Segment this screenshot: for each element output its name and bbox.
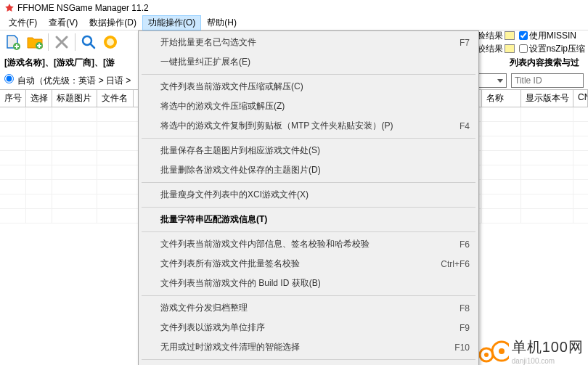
use-missin-input[interactable] <box>519 31 528 40</box>
menu-friend-compare-mode[interactable]: 好友游戏文件比较与补齐模式F11 <box>140 362 477 365</box>
window-title: FFHOME NSGame Manager 11.2 <box>17 3 149 13</box>
menu-separator <box>142 295 475 296</box>
use-missin-checkbox[interactable]: 使用MISSIN <box>519 30 585 42</box>
search-button[interactable] <box>78 32 99 52</box>
menu-help[interactable]: 帮助(H) <box>201 15 242 30</box>
window-titlebar: FFHOME NSGame Manager 11.2 <box>0 0 588 16</box>
toolbar-separator <box>75 33 75 51</box>
auto-radio-input[interactable] <box>4 74 14 83</box>
add-folder-button[interactable] <box>25 32 45 52</box>
menu-file[interactable]: 文件(F) <box>3 15 43 30</box>
menu-save-theme-images[interactable]: 批量保存各主题图片到相应游戏文件处(S) <box>140 141 477 160</box>
svg-point-4 <box>107 38 114 46</box>
menu-fix-extensions[interactable]: 一键批量纠正扩展名(E) <box>140 52 477 72</box>
menu-get-buildid[interactable]: 文件列表当前游戏文件的 Build ID 获取(B) <box>140 274 477 293</box>
watermark-brand: 单机100网 <box>512 337 584 357</box>
menu-compress-current[interactable]: 文件列表当前游戏文件压缩或解压(C) <box>140 77 477 97</box>
menu-smart-select-unused[interactable]: 无用或过时游戏文件清理的智能选择F10 <box>140 337 477 357</box>
watermark-icon <box>478 339 509 364</box>
auto-language-radio[interactable]: 自动（优先级：英语 > 日语 > <box>4 74 131 87</box>
menu-separator <box>142 138 475 139</box>
menubar: 文件(F) 查看(V) 数据操作(D) 功能操作(O) 帮助(H) <box>0 16 588 30</box>
menu-separator <box>142 231 475 232</box>
col-filename[interactable]: 文件名 <box>97 90 134 107</box>
col-index[interactable]: 序号 <box>0 90 26 107</box>
refresh-button[interactable] <box>100 32 121 52</box>
menu-data-ops[interactable]: 数据操作(D) <box>83 15 142 30</box>
watermark: 单机100网 danji100.com <box>478 337 584 365</box>
delete-button[interactable] <box>52 32 72 52</box>
add-file-button[interactable] <box>3 32 23 52</box>
menu-batch-rename[interactable]: 开始批量更名已勾选文件F7 <box>140 33 477 52</box>
menu-separator <box>142 359 475 360</box>
menu-separator <box>142 182 475 183</box>
menu-separator <box>142 207 475 208</box>
search-section-title: 列表内容搜索与过 <box>510 57 584 69</box>
menu-file-info-verify[interactable]: 文件列表当前游戏文件内部信息、签名校验和哈希校验F6 <box>140 234 477 254</box>
filter-label: [游戏名称]、[游戏厂商]、[游 <box>4 57 115 69</box>
function-ops-dropdown: 开始批量更名已勾选文件F7 一键批量纠正扩展名(E) 文件列表当前游戏文件压缩或… <box>138 30 479 365</box>
menu-batch-sig-verify[interactable]: 文件列表所有游戏文件批量签名校验Ctrl+F6 <box>140 254 477 274</box>
toolbar-separator <box>48 33 49 51</box>
app-icon <box>4 3 15 13</box>
menu-compress-selected[interactable]: 将选中的游戏文件压缩或解压(Z) <box>140 97 477 116</box>
menu-function-ops[interactable]: 功能操作(O) <box>142 15 201 30</box>
col-version[interactable]: 显示版本号 <box>521 90 573 107</box>
watermark-url: danji100.com <box>512 357 555 365</box>
menu-archive-organize[interactable]: 游戏文件分发归档整理F8 <box>140 298 477 318</box>
titleid-input[interactable] <box>511 73 584 88</box>
col-cn[interactable]: CN <box>573 90 588 107</box>
menu-copy-clipboard[interactable]: 将选中的游戏文件复制到剪贴板（MTP 文件夹粘贴安装）(P)F4 <box>140 116 477 136</box>
nszip-checkbox[interactable]: 设置nsZip压缩 <box>519 43 585 55</box>
nszip-input[interactable] <box>519 44 528 53</box>
menu-batch-string-match[interactable]: 批量字符串匹配游戏信息(T) <box>140 210 477 229</box>
menu-view[interactable]: 查看(V) <box>43 15 83 30</box>
menu-sort-by-game[interactable]: 文件列表以游戏为单位排序F9 <box>140 318 477 337</box>
svg-point-6 <box>484 353 489 357</box>
col-select[interactable]: 选择 <box>26 90 52 107</box>
sig-colorbox[interactable] <box>505 31 515 40</box>
menu-separator <box>142 74 475 75</box>
menu-slim-xci[interactable]: 批量瘦身文件列表中的XCI游戏文件(X) <box>140 185 477 205</box>
menu-delete-theme-images[interactable]: 批量删除各游戏文件处保存的主题图片(D) <box>140 160 477 180</box>
col-title-img[interactable]: 标题图片 <box>52 90 97 107</box>
col-name[interactable]: 名称 <box>482 90 521 107</box>
ver-colorbox[interactable] <box>505 44 515 53</box>
svg-point-8 <box>499 348 505 354</box>
